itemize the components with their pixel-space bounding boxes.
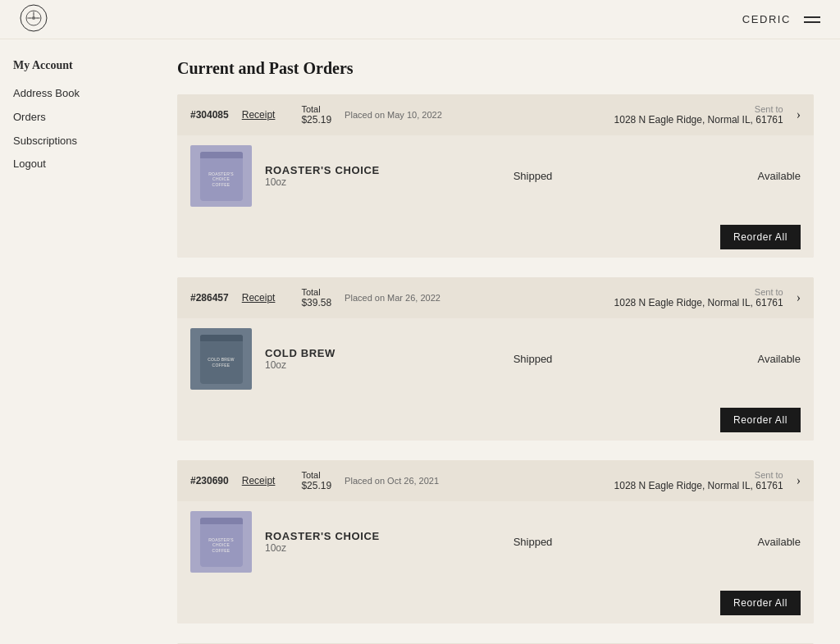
sidebar: My Account Address Book Orders Subscript… <box>0 39 164 644</box>
order-receipt-link-0[interactable]: Receipt <box>242 109 276 121</box>
order-chevron-icon-0[interactable]: › <box>797 107 801 122</box>
order-item-image-1-0: COLD BREWCOFFEE <box>190 328 252 390</box>
order-total-label-1: Total <box>301 287 331 297</box>
order-sent-label-0: Sent to <box>614 104 783 114</box>
order-total-label-0: Total <box>301 104 331 114</box>
order-sent-label-2: Sent to <box>614 470 783 480</box>
order-item-details-1-0: COLD BREW 10oz <box>265 347 435 371</box>
order-date-0: Placed on May 10, 2022 <box>345 110 442 120</box>
sidebar-nav: Address Book Orders Subscriptions Logout <box>13 85 151 173</box>
order-total-value-2: $25.19 <box>301 480 331 491</box>
order-card-2: #230690 Receipt Total $25.19 Placed on O… <box>177 460 814 623</box>
order-item-size-2-0: 10oz <box>265 542 435 554</box>
order-receipt-link-1[interactable]: Receipt <box>242 292 276 304</box>
order-header-1: #286457 Receipt Total $39.58 Placed on M… <box>177 277 814 318</box>
order-item-details-0-0: ROASTER'S CHOICE 10oz <box>265 164 435 188</box>
page-title: Current and Past Orders <box>177 59 814 78</box>
bag-inner: ROASTER'S CHOICECOFFEE <box>200 518 243 567</box>
order-address-0: 1028 N Eagle Ridge, Normal IL, 61761 <box>614 114 783 126</box>
order-item-name-1-0: COLD BREW <box>265 347 435 359</box>
reorder-button-1[interactable]: Reorder All <box>720 408 801 432</box>
order-header-left-2: #230690 Receipt Total $25.19 Placed on O… <box>190 470 439 491</box>
order-number-2: #230690 <box>190 475 229 486</box>
order-chevron-icon-1[interactable]: › <box>797 290 801 305</box>
order-address-2: 1028 N Eagle Ridge, Normal IL, 61761 <box>614 480 783 491</box>
order-footer-0: Reorder All <box>177 217 814 258</box>
header-username: CEDRIC <box>742 13 791 25</box>
order-header-0: #304085 Receipt Total $25.19 Placed on M… <box>177 94 814 135</box>
order-chevron-icon-2[interactable]: › <box>797 473 801 488</box>
order-receipt-link-2[interactable]: Receipt <box>242 475 276 486</box>
bag-label: ROASTER'S CHOICECOFFEE <box>200 171 243 188</box>
order-footer-2: Reorder All <box>177 582 814 623</box>
order-item-availability-0-0: Available <box>631 170 801 182</box>
sidebar-title: My Account <box>13 59 151 72</box>
order-header-2: #230690 Receipt Total $25.19 Placed on O… <box>177 460 814 501</box>
order-item-row-2-0: ROASTER'S CHOICECOFFEE ROASTER'S CHOICE … <box>177 501 814 582</box>
order-item-status-2-0: Shipped <box>448 536 618 548</box>
bag-inner: COLD BREWCOFFEE <box>200 335 243 384</box>
order-header-left-0: #304085 Receipt Total $25.19 Placed on M… <box>190 104 442 126</box>
sidebar-item-logout[interactable]: Logout <box>13 156 151 173</box>
bag-top <box>200 152 243 158</box>
order-total-value-1: $39.58 <box>301 297 331 308</box>
order-header-left-1: #286457 Receipt Total $39.58 Placed on M… <box>190 287 441 308</box>
main-content: Current and Past Orders #304085 Receipt … <box>164 39 840 644</box>
order-sent-label-1: Sent to <box>614 287 783 297</box>
order-item-name-2-0: ROASTER'S CHOICE <box>265 530 435 542</box>
bag-label: COLD BREWCOFFEE <box>208 357 235 368</box>
order-total-value-0: $25.19 <box>301 114 331 126</box>
order-total-1: Total $39.58 <box>301 287 331 308</box>
order-item-status-0-0: Shipped <box>448 170 618 182</box>
hamburger-menu-icon[interactable] <box>804 16 820 23</box>
order-footer-1: Reorder All <box>177 400 814 441</box>
sidebar-item-subscriptions[interactable]: Subscriptions <box>13 133 151 150</box>
order-sent-to-2: Sent to 1028 N Eagle Ridge, Normal IL, 6… <box>614 470 783 491</box>
sidebar-item-address-book[interactable]: Address Book <box>13 85 151 103</box>
order-item-row-1-0: COLD BREWCOFFEE COLD BREW 10oz Shipped A… <box>177 318 814 400</box>
order-total-2: Total $25.19 <box>301 470 331 491</box>
order-header-right-1: Sent to 1028 N Eagle Ridge, Normal IL, 6… <box>614 287 801 308</box>
logo[interactable] <box>20 4 48 35</box>
order-total-0: Total $25.19 <box>301 104 331 126</box>
order-item-details-2-0: ROASTER'S CHOICE 10oz <box>265 530 435 554</box>
orders-list: #304085 Receipt Total $25.19 Placed on M… <box>177 94 814 644</box>
order-total-label-2: Total <box>301 470 331 480</box>
svg-point-2 <box>32 16 35 20</box>
order-item-availability-1-0: Available <box>631 353 801 365</box>
header-right: CEDRIC <box>742 13 820 25</box>
order-sent-to-0: Sent to 1028 N Eagle Ridge, Normal IL, 6… <box>614 104 783 126</box>
bag-top <box>200 518 243 524</box>
order-item-name-0-0: ROASTER'S CHOICE <box>265 164 435 176</box>
order-item-image-2-0: ROASTER'S CHOICECOFFEE <box>190 511 252 573</box>
order-item-size-0-0: 10oz <box>265 176 435 188</box>
order-date-1: Placed on Mar 26, 2022 <box>345 293 441 303</box>
order-number-0: #304085 <box>190 109 229 121</box>
order-header-right-2: Sent to 1028 N Eagle Ridge, Normal IL, 6… <box>614 470 801 491</box>
order-item-status-1-0: Shipped <box>448 353 618 365</box>
order-item-size-1-0: 10oz <box>265 359 435 371</box>
order-item-image-0-0: ROASTER'S CHOICECOFFEE <box>190 145 252 207</box>
order-address-1: 1028 N Eagle Ridge, Normal IL, 61761 <box>614 297 783 308</box>
header: CEDRIC <box>0 0 840 39</box>
order-item-row-0-0: ROASTER'S CHOICECOFFEE ROASTER'S CHOICE … <box>177 135 814 217</box>
order-number-1: #286457 <box>190 292 229 304</box>
reorder-button-0[interactable]: Reorder All <box>720 225 801 249</box>
bag-top <box>200 335 243 341</box>
bag-label: ROASTER'S CHOICECOFFEE <box>200 537 243 554</box>
order-header-right-0: Sent to 1028 N Eagle Ridge, Normal IL, 6… <box>614 104 801 126</box>
order-card-0: #304085 Receipt Total $25.19 Placed on M… <box>177 94 814 258</box>
sidebar-item-orders[interactable]: Orders <box>13 109 151 126</box>
order-date-2: Placed on Oct 26, 2021 <box>345 476 439 486</box>
order-sent-to-1: Sent to 1028 N Eagle Ridge, Normal IL, 6… <box>614 287 783 308</box>
page-layout: My Account Address Book Orders Subscript… <box>0 39 840 644</box>
bag-inner: ROASTER'S CHOICECOFFEE <box>200 152 243 201</box>
order-item-availability-2-0: Available <box>631 536 801 548</box>
reorder-button-2[interactable]: Reorder All <box>720 591 801 615</box>
order-card-1: #286457 Receipt Total $39.58 Placed on M… <box>177 277 814 441</box>
